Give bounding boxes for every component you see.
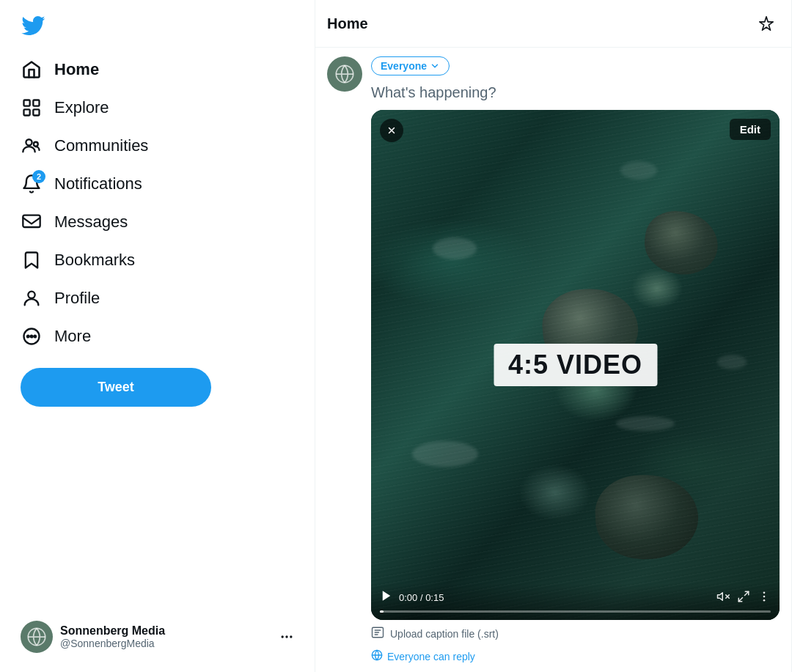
caption-label: Upload caption file (.srt) [390, 628, 499, 640]
sidebar-profile[interactable]: Sonnenberg Media @SonnenbergMedia [12, 613, 303, 660]
sidebar-item-bookmarks[interactable]: Bookmarks [12, 242, 303, 278]
sparkle-icon [758, 15, 774, 32]
sidebar-item-label-messages: Messages [54, 213, 128, 232]
sidebar-nav: Home Explore [12, 51, 303, 356]
compose-top: Everyone What's happening? [327, 56, 780, 668]
messages-icon [21, 211, 43, 233]
svg-line-24 [738, 597, 742, 601]
tweet-button[interactable]: Tweet [21, 368, 211, 407]
main-header: Home [315, 0, 791, 48]
svg-point-14 [285, 635, 287, 638]
audience-label: Everyone [381, 60, 427, 72]
svg-rect-2 [24, 109, 30, 115]
caption-icon [371, 626, 384, 642]
mute-button[interactable] [716, 590, 730, 606]
svg-rect-6 [23, 215, 40, 227]
svg-point-4 [26, 139, 32, 145]
compose-avatar-icon [334, 64, 355, 84]
rock-3 [593, 472, 700, 561]
foam-5 [717, 355, 747, 369]
svg-point-9 [27, 336, 29, 338]
globe-icon [371, 649, 383, 661]
foam-3 [620, 161, 657, 180]
main-content: Home Everyone [315, 0, 792, 672]
video-progress-bar[interactable] [380, 610, 771, 613]
twitter-bird-icon [21, 13, 45, 38]
compose-placeholder[interactable]: What's happening? [371, 81, 780, 110]
ellipsis-icon [279, 629, 294, 644]
foam-1 [433, 237, 477, 259]
sparkle-button[interactable] [753, 10, 780, 37]
profile-icon [21, 287, 43, 309]
compose-avatar [327, 56, 362, 92]
communities-icon [21, 135, 43, 157]
notification-badge: 2 [32, 170, 45, 183]
sidebar-item-label-more: More [54, 327, 91, 346]
close-icon [386, 125, 397, 136]
compose-area: Everyone What's happening? [315, 48, 791, 672]
svg-point-10 [31, 336, 33, 338]
svg-point-15 [290, 635, 292, 638]
globe-icon [371, 649, 383, 664]
fullscreen-button[interactable] [737, 590, 750, 606]
video-time: 0:00 / 0:15 [399, 592, 711, 603]
explore-icon [21, 97, 43, 119]
avatar [21, 621, 53, 653]
reply-option[interactable]: Everyone can reply [371, 645, 780, 668]
bookmarks-icon [21, 249, 43, 271]
svg-line-23 [745, 591, 749, 595]
video-play-button[interactable] [380, 589, 393, 606]
svg-point-27 [763, 599, 766, 602]
audience-button[interactable]: Everyone [371, 56, 450, 75]
video-controls: 0:00 / 0:15 [371, 583, 780, 620]
svg-point-7 [28, 292, 34, 298]
avatar-icon [26, 627, 47, 647]
sidebar-item-communities[interactable]: Communities [12, 128, 303, 164]
mute-icon [716, 590, 730, 603]
video-edit-button[interactable]: Edit [730, 119, 771, 140]
caption-file-icon [371, 626, 384, 639]
sidebar-item-profile[interactable]: Profile [12, 280, 303, 317]
svg-rect-1 [33, 100, 39, 106]
sidebar-item-label-profile: Profile [54, 289, 100, 308]
page-title: Home [327, 15, 368, 32]
svg-rect-0 [24, 100, 30, 106]
sidebar-item-label-home: Home [54, 60, 99, 79]
home-icon [21, 59, 43, 81]
svg-marker-20 [718, 593, 723, 601]
sidebar-item-label-bookmarks: Bookmarks [54, 251, 135, 270]
profile-info: Sonnenberg Media @SonnenbergMedia [60, 624, 272, 649]
video-label: 4:5 VIDEO [494, 344, 657, 386]
sidebar-item-explore[interactable]: Explore [12, 89, 303, 126]
svg-point-26 [763, 595, 766, 597]
svg-point-11 [34, 336, 36, 338]
fullscreen-icon [737, 590, 750, 603]
profile-more-dots[interactable] [279, 629, 294, 644]
sidebar-item-label-notifications: Notifications [54, 174, 142, 193]
svg-point-25 [763, 591, 766, 594]
sidebar-item-notifications[interactable]: 2 Notifications [12, 166, 303, 202]
sidebar-item-label-explore: Explore [54, 98, 109, 117]
rock-2 [641, 207, 722, 279]
svg-rect-3 [33, 109, 39, 115]
sidebar-item-messages[interactable]: Messages [12, 204, 303, 240]
chevron-down-icon [430, 61, 440, 71]
sidebar-item-home[interactable]: Home [12, 51, 303, 88]
more-video-options-button[interactable] [758, 590, 771, 606]
vertical-dots-icon [758, 590, 771, 603]
caption-upload[interactable]: Upload caption file (.srt) [371, 620, 780, 645]
play-icon [380, 589, 393, 602]
sidebar-item-label-communities: Communities [54, 136, 148, 155]
twitter-logo[interactable] [12, 6, 303, 48]
video-preview: 4:5 VIDEO Edit [371, 110, 780, 620]
reply-label: Everyone can reply [387, 651, 475, 662]
profile-name: Sonnenberg Media [60, 624, 272, 638]
sidebar-item-more[interactable]: More [12, 318, 303, 355]
sidebar: Home Explore [0, 0, 315, 672]
video-icons [716, 590, 771, 606]
svg-marker-19 [383, 591, 391, 602]
more-icon [21, 325, 43, 347]
video-close-button[interactable] [380, 119, 403, 142]
svg-point-13 [282, 635, 284, 638]
video-controls-row: 0:00 / 0:15 [380, 589, 771, 606]
